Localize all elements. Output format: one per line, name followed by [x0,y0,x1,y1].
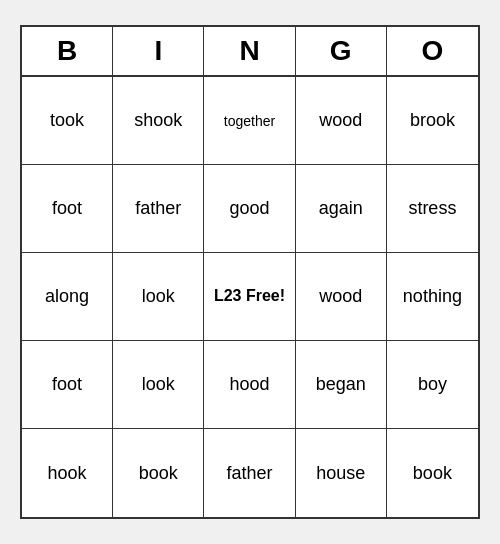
bingo-cell-r2-c5[interactable]: stress [387,165,478,253]
bingo-header: BINGO [22,27,478,77]
bingo-cell-r3-c1[interactable]: along [22,253,113,341]
bingo-cell-r1-c1[interactable]: took [22,77,113,165]
bingo-cell-r4-c4[interactable]: began [296,341,387,429]
bingo-cell-r5-c2[interactable]: book [113,429,204,517]
bingo-cell-r5-c1[interactable]: hook [22,429,113,517]
bingo-cell-r1-c5[interactable]: brook [387,77,478,165]
bingo-cell-r5-c5[interactable]: book [387,429,478,517]
bingo-cell-r4-c5[interactable]: boy [387,341,478,429]
bingo-cell-r3-c5[interactable]: nothing [387,253,478,341]
bingo-cell-r3-c3[interactable]: L23 Free! [204,253,295,341]
bingo-cell-r4-c2[interactable]: look [113,341,204,429]
bingo-cell-r3-c2[interactable]: look [113,253,204,341]
bingo-header-g: G [296,27,387,75]
bingo-header-n: N [204,27,295,75]
bingo-cell-r5-c3[interactable]: father [204,429,295,517]
bingo-cell-r2-c4[interactable]: again [296,165,387,253]
bingo-grid: tookshooktogetherwoodbrookfootfathergood… [22,77,478,517]
bingo-cell-r2-c1[interactable]: foot [22,165,113,253]
bingo-header-i: I [113,27,204,75]
bingo-cell-r4-c1[interactable]: foot [22,341,113,429]
bingo-header-o: O [387,27,478,75]
bingo-cell-r4-c3[interactable]: hood [204,341,295,429]
bingo-cell-r1-c4[interactable]: wood [296,77,387,165]
bingo-cell-r2-c2[interactable]: father [113,165,204,253]
bingo-cell-r3-c4[interactable]: wood [296,253,387,341]
bingo-cell-r1-c2[interactable]: shook [113,77,204,165]
bingo-cell-r2-c3[interactable]: good [204,165,295,253]
bingo-header-b: B [22,27,113,75]
bingo-cell-r5-c4[interactable]: house [296,429,387,517]
bingo-card: BINGO tookshooktogetherwoodbrookfootfath… [20,25,480,519]
bingo-cell-r1-c3[interactable]: together [204,77,295,165]
